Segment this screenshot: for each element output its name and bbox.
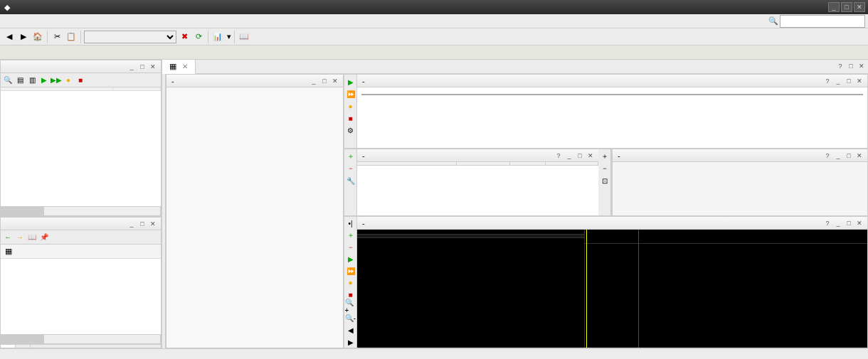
panel-max-icon[interactable]: □ <box>844 151 854 161</box>
panel-close-icon[interactable]: ✕ <box>330 76 340 86</box>
back-icon[interactable]: ← <box>2 232 14 243</box>
panel-min-icon[interactable]: _ <box>309 76 319 86</box>
cursor-yellow[interactable] <box>586 230 587 348</box>
panel-close-icon[interactable]: ✕ <box>148 219 158 229</box>
panel-close-icon[interactable]: ✕ <box>586 151 596 161</box>
tab-general[interactable] <box>1 345 16 348</box>
add-icon[interactable]: ＋ <box>345 151 356 162</box>
zoom-out-icon[interactable]: 🔍- <box>345 313 356 324</box>
play-all-icon[interactable]: ▶▶ <box>51 75 62 86</box>
panel-min-icon[interactable]: _ <box>833 151 843 161</box>
panel-max-icon[interactable]: □ <box>846 61 856 71</box>
panel-min-icon[interactable]: _ <box>127 62 137 72</box>
copy-icon[interactable]: 📋 <box>65 31 78 43</box>
cancel-icon[interactable]: ✖ <box>178 31 191 43</box>
expand-icon[interactable]: ▤ <box>14 75 26 86</box>
cut-icon[interactable]: ✂ <box>51 31 63 43</box>
trig-col-op[interactable] <box>457 162 510 165</box>
play-icon[interactable]: ▶ <box>38 75 50 86</box>
trig-col-name[interactable] <box>357 162 457 165</box>
trig-col-value[interactable] <box>546 162 599 165</box>
help-icon[interactable]: ? <box>822 76 832 86</box>
home-icon[interactable]: 🏠 <box>31 31 44 43</box>
panel-min-icon[interactable]: _ <box>564 151 574 161</box>
book-icon[interactable]: 📖 <box>238 31 250 43</box>
collapse-icon[interactable]: ▥ <box>26 75 38 86</box>
panel-max-icon[interactable]: □ <box>575 151 585 161</box>
search-icon[interactable]: 🔍 <box>2 75 14 86</box>
record-icon[interactable]: ● <box>63 75 74 86</box>
cursor-red[interactable] <box>638 230 639 348</box>
panel-max-icon[interactable]: □ <box>319 76 329 86</box>
menu-window[interactable] <box>37 20 46 23</box>
zoom-out-icon[interactable]: － <box>599 163 610 174</box>
play-icon[interactable]: ▶ <box>345 76 356 87</box>
col-name[interactable] <box>1 87 113 90</box>
layout-select[interactable] <box>84 31 176 43</box>
play-icon[interactable]: ▶ <box>345 254 356 265</box>
tab-properties[interactable] <box>16 345 31 348</box>
menu-file[interactable] <box>3 20 11 23</box>
record-icon[interactable]: ● <box>345 277 356 289</box>
cursor-icon[interactable]: •| <box>345 218 356 230</box>
panel-max-icon[interactable]: □ <box>844 218 854 228</box>
pin-icon[interactable]: 📌 <box>38 232 50 243</box>
stop-icon[interactable]: ■ <box>345 112 356 124</box>
tools-icon[interactable]: 🔧 <box>345 175 356 186</box>
left-icon[interactable]: ◀ <box>345 325 356 336</box>
panel-close-icon[interactable]: ✕ <box>148 62 158 72</box>
help-icon[interactable]: ? <box>554 151 563 161</box>
hscrollbar[interactable] <box>1 334 161 344</box>
panel-close-icon[interactable]: ✕ <box>857 61 867 71</box>
refresh-icon[interactable]: ⟳ <box>192 31 205 43</box>
trigger-row[interactable] <box>357 166 598 168</box>
col-status[interactable] <box>113 87 161 90</box>
menu-edit[interactable] <box>11 20 20 23</box>
play-all-icon[interactable]: ⏩ <box>345 265 356 277</box>
help-icon[interactable]: ? <box>835 61 845 71</box>
chevron-down-icon[interactable]: ▾ <box>227 32 231 41</box>
add-icon[interactable]: ＋ <box>345 230 356 242</box>
remove-icon[interactable]: － <box>345 242 356 253</box>
back-icon[interactable]: ◀ <box>3 31 16 43</box>
trig-col-radix[interactable] <box>510 162 546 165</box>
zoom-in-icon[interactable]: ＋ <box>599 151 610 162</box>
panel-close-icon[interactable]: ✕ <box>854 151 864 161</box>
maximize-button[interactable]: □ <box>841 2 852 12</box>
panel-min-icon[interactable]: _ <box>833 76 843 86</box>
waveform-plot[interactable] <box>585 230 867 348</box>
remove-icon[interactable]: － <box>345 163 356 174</box>
tab-close-icon[interactable]: ✕ <box>182 63 188 70</box>
record-icon[interactable]: ● <box>345 100 356 112</box>
help-icon[interactable]: ? <box>822 218 832 228</box>
tab-hw-ila[interactable]: ▦ ✕ <box>162 60 196 74</box>
tcl-console-tab[interactable] <box>0 348 868 359</box>
zoom-in-icon[interactable]: 🔍+ <box>345 301 356 312</box>
panel-min-icon[interactable]: _ <box>833 218 843 228</box>
panel-close-icon[interactable]: ✕ <box>854 218 864 228</box>
menu-tools[interactable] <box>28 20 37 23</box>
forward-icon[interactable]: ▶ <box>17 31 30 43</box>
quick-access-input[interactable] <box>780 15 865 28</box>
panel-min-icon[interactable]: _ <box>127 219 137 229</box>
minimize-button[interactable]: _ <box>828 2 840 12</box>
help-icon[interactable]: ? <box>822 151 832 161</box>
play-all-icon[interactable]: ⏩ <box>345 88 356 100</box>
menu-layout[interactable] <box>46 20 54 23</box>
panel-max-icon[interactable]: □ <box>137 62 147 72</box>
menu-help[interactable] <box>63 20 71 23</box>
forward-icon[interactable]: → <box>14 232 26 243</box>
stop-icon[interactable]: ■ <box>75 75 86 86</box>
right-icon[interactable]: ▶ <box>345 336 356 348</box>
menu-flow[interactable] <box>20 20 28 23</box>
panel-max-icon[interactable]: □ <box>137 219 147 229</box>
menu-view[interactable] <box>54 20 63 23</box>
panel-max-icon[interactable]: □ <box>844 76 854 86</box>
hscrollbar[interactable] <box>1 206 161 216</box>
book-icon[interactable]: 📖 <box>26 232 38 243</box>
panel-close-icon[interactable]: ✕ <box>854 76 864 86</box>
zoom-fit-icon[interactable]: ⊡ <box>599 175 610 186</box>
settings-icon[interactable]: ⚙ <box>345 124 356 136</box>
close-button[interactable]: ✕ <box>854 2 865 12</box>
dashboard-options-tab[interactable] <box>162 74 166 348</box>
